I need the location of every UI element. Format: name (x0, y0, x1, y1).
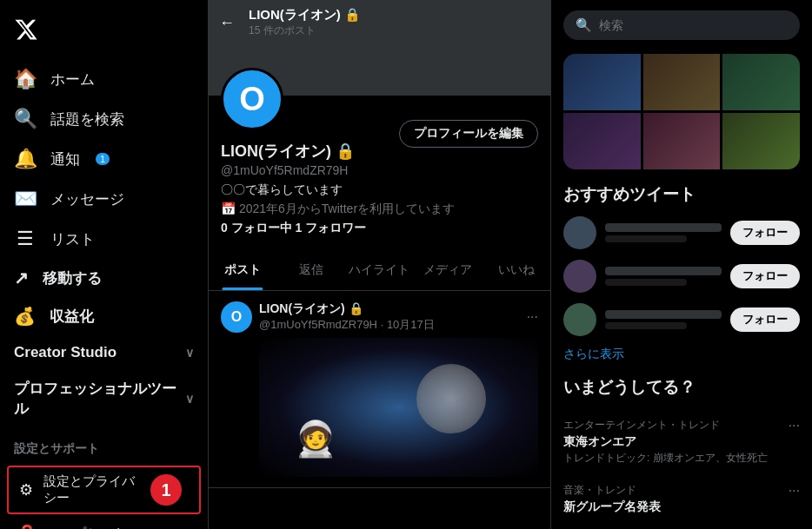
grid-image-1 (563, 54, 641, 110)
step-number-circle: 1 (150, 474, 182, 506)
monetize-icon: 💰 (14, 306, 36, 327)
list-icon: ☰ (14, 228, 37, 250)
post-options-icon[interactable]: ··· (527, 309, 538, 325)
trending-desc-1: トレンドトピック: 崩壊オンエア、女性死亡 (563, 451, 768, 466)
professional-tools-label: プロフェッショナルツール (14, 379, 185, 419)
sidebar-monetize-section[interactable]: 💰 収益化 (0, 297, 208, 335)
follow-avatar-3 (563, 303, 596, 336)
settings-privacy-label: 設定とプライバシー (43, 473, 140, 506)
sidebar-item-settings-privacy[interactable]: ⚙ 設定とプライバシー 1 (7, 466, 201, 514)
profile-follows: 0 フォロー中 1 フォロワー (221, 221, 538, 236)
search-icon: 🔍 (576, 17, 592, 33)
moon-graphic (416, 364, 486, 433)
followers-label: フォロワー (305, 221, 366, 235)
sidebar-label-list: リスト (50, 229, 95, 249)
follow-item-1: フォロー (563, 216, 800, 249)
profile-tabs: ポスト 返信 ハイライト メディア いいね (209, 250, 550, 291)
sidebar-item-help[interactable]: ❓ ヘルプセンター (0, 516, 208, 529)
follow-name-2 (605, 267, 722, 275)
follow-handle-1 (605, 235, 687, 242)
post-image: 🧑‍🚀 (259, 338, 538, 477)
follow-button-2[interactable]: フォロー (730, 264, 800, 288)
follow-info-3 (605, 310, 722, 329)
sidebar-item-messages[interactable]: ✉️ メッセージ (0, 179, 208, 219)
x-logo-icon (14, 17, 38, 42)
grid-image-4 (563, 113, 641, 169)
back-arrow-icon: ← (219, 14, 235, 32)
settings-icon: ⚙ (19, 480, 33, 499)
sidebar-label-messages: メッセージ (50, 189, 124, 209)
followers-count: 1 (296, 221, 303, 235)
tab-replies[interactable]: 返信 (277, 250, 346, 290)
profile-joined: 📅 2021年6月からTwitterを利用しています (221, 202, 538, 217)
search-input[interactable] (599, 18, 788, 32)
grid-image-6 (722, 113, 800, 169)
trending-dots-2[interactable]: ··· (789, 483, 800, 499)
post-name: LION(ライオン) 🔒 (259, 301, 435, 317)
sidebar-label-explore: 話題を検索 (50, 109, 124, 129)
post-image-inner: 🧑‍🚀 (259, 338, 538, 477)
sidebar-move-section[interactable]: ↗ 移動する (0, 259, 208, 297)
follow-handle-2 (605, 279, 687, 286)
sidebar-item-home[interactable]: 🏠 ホーム (0, 59, 208, 99)
trending-section-title: いまどうしてる？ (563, 376, 800, 399)
profile-info: LION(ライオン) 🔒 @1mUoYf5RmdZR79H 〇〇で暮らしています… (209, 141, 550, 247)
logo[interactable] (0, 7, 208, 56)
sidebar-label-notifications: 通知 (50, 149, 80, 169)
tab-media[interactable]: メディア (414, 250, 483, 290)
explore-icon: 🔍 (14, 108, 37, 130)
chevron-down-icon: ∨ (185, 346, 194, 360)
notifications-icon: 🔔 (14, 148, 37, 170)
sidebar-item-list[interactable]: ☰ リスト (0, 219, 208, 259)
settings-section-title: 設定とサポート (0, 434, 208, 464)
trending-category-1: エンターテインメント・トレンド (563, 418, 768, 433)
help-label: ヘルプセンター (47, 526, 138, 530)
profile-bio: 〇〇で暮らしています (221, 182, 538, 198)
grid-image-3 (722, 54, 800, 110)
follow-item-3: フォロー (563, 303, 800, 336)
follow-section-title: おすすめツイート (563, 183, 800, 206)
creator-studio-label: Creator Studio (14, 344, 116, 361)
trending-dots-1[interactable]: ··· (789, 418, 800, 433)
creator-studio-section[interactable]: Creator Studio ∨ (0, 335, 208, 370)
follow-avatar-1 (563, 216, 596, 249)
image-grid (563, 54, 800, 169)
notification-badge: 1 (96, 153, 110, 165)
post-handle-date: @1mUoYf5RmdZR79H · 10月17日 (259, 317, 435, 333)
move-label: 移動する (43, 268, 102, 288)
post-user: O LION(ライオン) 🔒 @1mUoYf5RmdZR79H · 10月17日 (221, 301, 435, 333)
tab-posts[interactable]: ポスト (209, 250, 277, 290)
tab-highlights[interactable]: ハイライト (345, 250, 414, 290)
move-icon: ↗ (14, 268, 29, 288)
search-box[interactable]: 🔍 (563, 10, 800, 40)
post-header: O LION(ライオン) 🔒 @1mUoYf5RmdZR79H · 10月17日… (221, 301, 538, 333)
sidebar-item-explore[interactable]: 🔍 話題を検索 (0, 99, 208, 139)
show-more-link[interactable]: さらに表示 (563, 347, 800, 362)
follow-info-1 (605, 223, 722, 242)
following-label: フォロー中 (231, 221, 292, 235)
sidebar-item-notifications[interactable]: 🔔 通知 1 (0, 139, 208, 179)
follow-button-3[interactable]: フォロー (730, 307, 800, 332)
edit-profile-button[interactable]: プロフィールを編集 (399, 120, 538, 148)
professional-tools-section[interactable]: プロフェッショナルツール ∨ (0, 370, 208, 427)
post-item: O LION(ライオン) 🔒 @1mUoYf5RmdZR79H · 10月17日… (209, 291, 550, 488)
follow-name-3 (605, 310, 722, 319)
sidebar-label-home: ホーム (50, 69, 95, 89)
profile-handle: @1mUoYf5RmdZR79H (221, 163, 538, 177)
home-icon: 🏠 (14, 68, 37, 90)
main-content: ← LION(ライオン) 🔒 15 件のポスト O プロフィールを編集 LION… (209, 0, 551, 529)
sidebar: 🏠 ホーム 🔍 話題を検索 🔔 通知 1 ✉️ メッセージ ☰ リスト ↗ 移動… (0, 0, 209, 529)
back-button[interactable]: ← LION(ライオン) 🔒 15 件のポスト (219, 7, 361, 38)
right-panel: 🔍 おすすめツイート フォロー フォロー フォロー さら (551, 0, 812, 529)
trending-item-2: 音楽・トレンド 新グループ名発表 ··· (563, 474, 800, 524)
trending-category-2: 音楽・トレンド (563, 483, 661, 498)
follow-name-1 (605, 223, 722, 232)
profile-header: ← LION(ライオン) 🔒 15 件のポスト O プロフィールを編集 (209, 0, 550, 96)
follow-info-2 (605, 267, 722, 286)
follow-button-1[interactable]: フォロー (730, 221, 800, 245)
tab-likes[interactable]: いいね (482, 250, 550, 290)
grid-image-5 (643, 113, 721, 169)
trending-item-1: エンターテインメント・トレンド 東海オンエア トレンドトピック: 崩壊オンエア、… (563, 409, 800, 474)
trending-topic-2: 新グループ名発表 (563, 499, 661, 515)
chevron-down-icon-2: ∨ (185, 392, 194, 406)
